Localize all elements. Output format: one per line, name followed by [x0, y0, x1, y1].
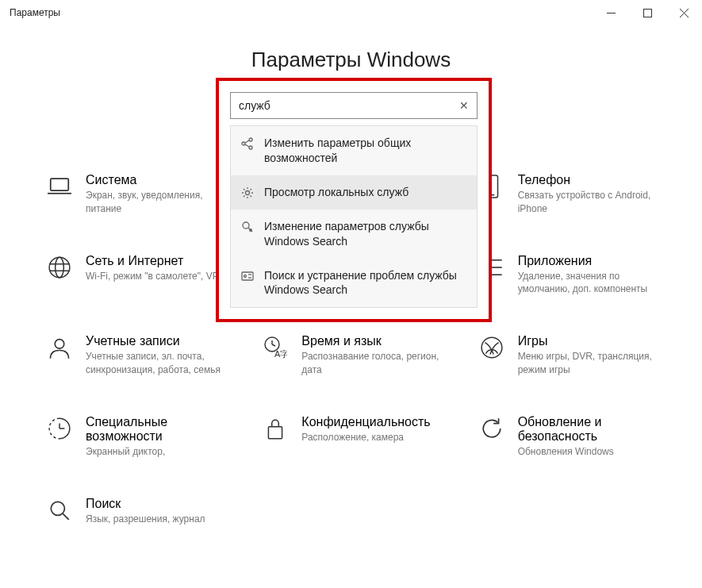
category-apps[interactable]: Приложения Удаление, значения по умолчан… — [478, 254, 670, 297]
search-panel: ✕ Изменить параметры общих возможностей … — [216, 78, 492, 322]
category-sub: Меню игры, DVR, трансляция, режим игры — [518, 350, 661, 377]
svg-line-30 — [245, 144, 249, 147]
category-title: Специальные возможности — [86, 415, 238, 444]
suggestion-item[interactable]: Просмотр локальных служб — [231, 175, 477, 209]
category-privacy[interactable]: Конфиденциальность Расположение, камера — [262, 415, 454, 459]
category-gaming[interactable]: Игры Меню игры, DVR, трансляция, режим и… — [478, 334, 670, 377]
category-accounts[interactable]: Учетные записи Учетные записи, эл. почта… — [46, 334, 238, 377]
svg-point-31 — [246, 190, 250, 194]
svg-point-24 — [51, 502, 64, 515]
search-input[interactable] — [239, 99, 456, 112]
category-sub: Язык, разрешения, журнал — [86, 513, 205, 526]
suggestion-label: Изменить параметры общих возможностей — [264, 136, 467, 166]
category-title: Приложения — [518, 254, 661, 268]
suggestion-label: Поиск и устранение проблем службы Window… — [264, 268, 467, 298]
search-box[interactable]: ✕ — [230, 92, 478, 119]
category-title: Поиск — [86, 497, 205, 511]
svg-rect-1 — [643, 9, 651, 17]
svg-line-18 — [272, 344, 275, 346]
svg-point-9 — [56, 257, 64, 278]
share-icon — [240, 136, 255, 151]
lock-icon — [262, 415, 289, 442]
category-title: Система — [86, 173, 228, 187]
svg-rect-4 — [51, 179, 69, 190]
update-icon — [478, 415, 505, 442]
svg-point-34 — [249, 229, 252, 232]
category-title: Время и язык — [301, 334, 444, 348]
page-title: Параметры Windows — [0, 48, 702, 72]
category-title: Учетные записи — [86, 334, 228, 348]
category-sub: Учетные записи, эл. почта, синхронизация… — [86, 350, 228, 377]
search-icon — [46, 497, 73, 524]
suggestion-item[interactable]: Изменение параметров службы Windows Sear… — [231, 209, 477, 259]
category-network[interactable]: Сеть и Интернет Wi-Fi, режим "в самолете… — [46, 254, 238, 297]
svg-line-29 — [245, 140, 249, 143]
category-phone[interactable]: Телефон Связать устройство с Android, iP… — [478, 173, 670, 216]
search-settings-icon — [240, 220, 255, 234]
category-sub: Обновления Windows — [518, 445, 661, 459]
globe-icon — [46, 254, 73, 281]
category-title: Игры — [518, 334, 661, 348]
category-update[interactable]: Обновление и безопасность Обновления Win… — [478, 415, 670, 459]
troubleshoot-icon — [240, 269, 255, 283]
svg-rect-23 — [269, 427, 282, 439]
category-search[interactable]: Поиск Язык, разрешения, журнал — [46, 497, 238, 526]
category-ease-of-access[interactable]: Специальные возможности Экранный диктор, — [46, 415, 238, 459]
category-sub: Wi-Fi, режим "в самолете", VPN — [86, 270, 225, 283]
close-button[interactable] — [666, 0, 702, 25]
category-title: Сеть и Интернет — [86, 254, 225, 268]
svg-point-28 — [249, 146, 252, 149]
titlebar: Параметры — [0, 0, 702, 25]
category-sub: Связать устройство с Android, iPhone — [518, 189, 661, 216]
clock-language-icon: A字 — [262, 334, 289, 361]
category-sub: Удаление, значения по умолчанию, доп. ко… — [518, 270, 661, 297]
minimize-button[interactable] — [593, 0, 629, 25]
suggestion-label: Изменение параметров службы Windows Sear… — [264, 219, 467, 249]
svg-point-32 — [243, 222, 249, 229]
category-sub: Экран, звук, уведомления, питание — [86, 189, 228, 216]
svg-point-27 — [249, 138, 252, 141]
suggestion-label: Просмотр локальных служб — [264, 185, 409, 200]
xbox-icon — [478, 334, 505, 361]
ease-icon — [46, 415, 73, 442]
category-title: Конфиденциальность — [301, 415, 430, 429]
category-sub: Распознавание голоса, регион, дата — [301, 350, 444, 377]
svg-point-15 — [55, 340, 64, 349]
gear-icon — [240, 186, 255, 200]
suggestion-item[interactable]: Изменить параметры общих возможностей — [231, 126, 477, 175]
category-sub: Расположение, камера — [301, 431, 430, 444]
maximize-button[interactable] — [629, 0, 666, 25]
svg-point-26 — [242, 142, 245, 145]
category-sub: Экранный диктор, — [86, 445, 228, 459]
category-time-language[interactable]: A字 Время и язык Распознавание голоса, ре… — [262, 334, 454, 377]
svg-point-36 — [244, 275, 247, 277]
window-title: Параметры — [10, 7, 60, 18]
category-system[interactable]: Система Экран, звук, уведомления, питани… — [46, 173, 238, 216]
svg-text:A字: A字 — [274, 349, 287, 359]
category-title: Телефон — [518, 173, 661, 187]
category-title: Обновление и безопасность — [518, 415, 670, 444]
svg-point-8 — [49, 257, 70, 278]
svg-point-20 — [481, 337, 502, 358]
suggestion-item[interactable]: Поиск и устранение проблем службы Window… — [231, 259, 477, 308]
search-suggestions: Изменить параметры общих возможностей Пр… — [230, 125, 478, 308]
svg-line-25 — [63, 513, 69, 520]
user-icon — [46, 334, 73, 361]
clear-search-icon[interactable]: ✕ — [456, 96, 472, 115]
laptop-icon — [46, 173, 73, 200]
